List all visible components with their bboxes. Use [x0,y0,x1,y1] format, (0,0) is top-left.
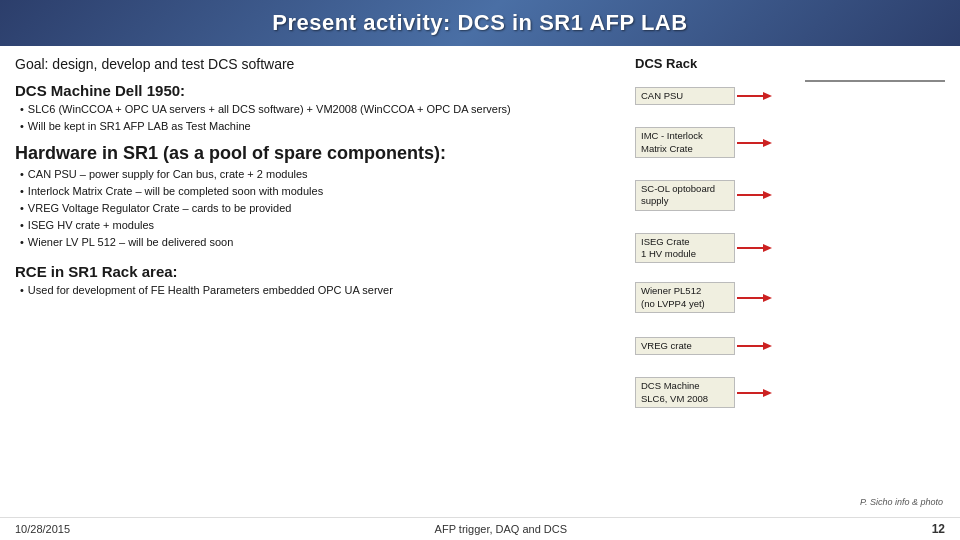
svg-marker-9 [763,294,772,302]
goal-section: Goal: design, develop and test DCS softw… [15,56,620,72]
right-panel: DCS Rack CAN PSU IMC - I [635,56,945,507]
arrow-icon [737,189,772,201]
rce-section: RCE in SR1 Rack area: Used for developme… [15,263,620,299]
rce-title: RCE in SR1 Rack area: [15,263,620,280]
list-item: VREG Voltage Regulator Crate – cards to … [20,200,620,217]
list-item: Used for development of FE Health Parame… [20,282,620,299]
arrow-icon [737,137,772,149]
slide-title: Present activity: DCS in SR1 AFP LAB [20,10,940,36]
hardware-section: Hardware in SR1 (as a pool of spare comp… [15,143,620,251]
footer-page-number: 12 [932,522,945,536]
dcs-rack-label: DCS Rack [635,56,945,71]
svg-marker-1 [763,92,772,100]
list-item: Will be kept in SR1 AFP LAB as Test Mach… [20,118,620,135]
rce-list: Used for development of FE Health Parame… [15,282,620,299]
label-text-can-psu: CAN PSU [635,87,735,105]
arrow-wiener [737,292,772,304]
hardware-title: Hardware in SR1 (as a pool of spare comp… [15,143,620,164]
footer-date: 10/28/2015 [15,523,70,535]
arrow-vreg [737,340,772,352]
left-panel: Goal: design, develop and test DCS softw… [15,56,620,507]
label-vreg: VREG crate [635,337,805,355]
rack-photo [805,80,945,82]
arrow-icon [737,90,772,102]
label-can-psu: CAN PSU [635,87,805,105]
label-text-vreg: VREG crate [635,337,735,355]
label-text-sc-ol: SC-OL optoboardsupply [635,180,735,211]
list-item: SLC6 (WinCCOA + OPC UA servers + all DCS… [20,101,620,118]
arrow-can-psu [737,90,772,102]
arrow-icon [737,387,772,399]
label-imc: IMC - InterlockMatrix Crate [635,127,805,158]
arrow-dcs-machine [737,387,772,399]
label-text-imc: IMC - InterlockMatrix Crate [635,127,735,158]
arrow-iseg [737,242,772,254]
goal-title: Goal: design, develop and test DCS softw… [15,56,294,72]
arrow-icon [737,340,772,352]
label-sc-ol: SC-OL optoboardsupply [635,180,805,211]
dcs-machine-section: DCS Machine Dell 1950: SLC6 (WinCCOA + O… [15,82,620,135]
footer-center-text: AFP trigger, DAQ and DCS [435,523,567,535]
svg-marker-7 [763,244,772,252]
label-text-iseg: ISEG Crate1 HV module [635,233,735,264]
dcs-machine-title: DCS Machine Dell 1950: [15,82,620,99]
slide-header: Present activity: DCS in SR1 AFP LAB [0,0,960,46]
list-item: Wiener LV PL 512 – will be delivered soo… [20,234,620,251]
label-iseg: ISEG Crate1 HV module [635,233,805,264]
labels-column: CAN PSU IMC - InterlockMatrix Crate [635,80,805,412]
label-text-dcs-machine: DCS MachineSLC6, VM 2008 [635,377,735,408]
arrow-imc [737,137,772,149]
arrow-icon [737,242,772,254]
list-item: CAN PSU – power supply for Can bus, crat… [20,166,620,183]
rack-inner: CAN PSU IMC - InterlockMatrix Crate [635,80,945,492]
svg-marker-11 [763,342,772,350]
slide: Present activity: DCS in SR1 AFP LAB Goa… [0,0,960,540]
svg-marker-3 [763,139,772,147]
label-wiener: Wiener PL512(no LVPP4 yet) [635,282,805,313]
list-item: Interlock Matrix Crate – will be complet… [20,183,620,200]
slide-footer: 10/28/2015 AFP trigger, DAQ and DCS 12 [0,517,960,540]
label-text-wiener: Wiener PL512(no LVPP4 yet) [635,282,735,313]
label-dcs-machine: DCS MachineSLC6, VM 2008 [635,377,805,408]
list-item: ISEG HV crate + modules [20,217,620,234]
arrow-icon [737,292,772,304]
photo-credit: P. Sicho info & photo [635,497,945,507]
svg-marker-5 [763,191,772,199]
hardware-list: CAN PSU – power supply for Can bus, crat… [15,166,620,251]
dcs-machine-list: SLC6 (WinCCOA + OPC UA servers + all DCS… [15,101,620,135]
svg-marker-13 [763,389,772,397]
slide-content: Goal: design, develop and test DCS softw… [0,46,960,517]
arrow-sc-ol [737,189,772,201]
